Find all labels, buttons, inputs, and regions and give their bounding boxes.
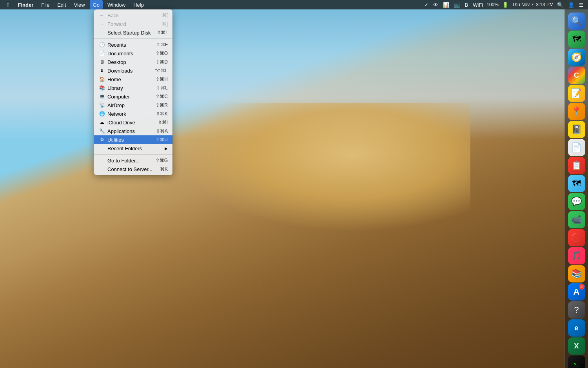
- dock-icon-chrome[interactable]: C: [568, 67, 585, 84]
- list-icon[interactable]: ☰: [578, 2, 585, 8]
- maps3-icon: 🗺: [572, 179, 581, 189]
- menubar-file[interactable]: File: [38, 0, 53, 9]
- dock-icon-finder[interactable]: 🔍: [568, 13, 585, 30]
- edge-icon: e: [574, 324, 578, 332]
- dock-icon-facetime[interactable]: 📹: [568, 211, 585, 228]
- dock-icon-safari[interactable]: 🧭: [568, 49, 585, 66]
- library-icon: 📚: [99, 85, 105, 91]
- dock-icon-unknown[interactable]: ?: [568, 301, 585, 319]
- menu-item-documents-label: Documents: [107, 51, 133, 56]
- apple-menu[interactable]: : [3, 0, 13, 9]
- menu-item-library-label: Library: [107, 85, 123, 91]
- menu-item-forward-label: Forward: [107, 21, 126, 27]
- dock-icon-excel[interactable]: X: [568, 337, 585, 355]
- menu-item-documents-shortcut: ⇧⌘O: [156, 51, 168, 56]
- menu-item-airdrop[interactable]: 📡 AirDrop ⇧⌘R: [94, 101, 172, 109]
- reminders-icon: 📋: [571, 160, 582, 171]
- menubar-window[interactable]: Window: [104, 0, 129, 9]
- utilities-icon: ⚙: [99, 137, 105, 142]
- menu-item-back-shortcut: ⌘[: [162, 13, 168, 18]
- menubar:  Finder File Edit View Go Window Help ✓…: [0, 0, 588, 9]
- menu-item-computer[interactable]: 💻 Computer ⇧⌘C: [94, 92, 172, 101]
- messages-icon: 💬: [571, 197, 582, 207]
- search-icon[interactable]: 🔍: [556, 2, 564, 8]
- menu-item-go-to-folder[interactable]: Go to Folder... ⇧⌘G: [94, 156, 172, 165]
- menu-item-utilities-label: Utilities: [107, 137, 124, 143]
- menu-item-home[interactable]: 🏠 Home ⇧⌘H: [94, 75, 172, 84]
- menu-item-documents[interactable]: 📄 Documents ⇧⌘O: [94, 49, 172, 58]
- menu-item-utilities[interactable]: ⚙ Utilities ⇧⌘U: [94, 135, 172, 144]
- dock-icon-music[interactable]: 🎵: [568, 247, 585, 264]
- menu-item-airdrop-label: AirDrop: [107, 102, 125, 108]
- battery-icon: 🔋: [501, 2, 510, 8]
- network-icon: 🌐: [99, 111, 105, 117]
- computer-icon: 💻: [99, 94, 105, 99]
- menu-item-back[interactable]: ← Back ⌘[: [94, 11, 172, 20]
- menu-item-downloads[interactable]: ⬇ Downloads ⌥⌘L: [94, 66, 172, 75]
- menu-item-network-label: Network: [107, 111, 126, 117]
- forward-icon: →: [99, 21, 105, 27]
- desktop-icon: 🖥: [99, 59, 105, 65]
- dock-icon-messages[interactable]: 💬: [568, 193, 585, 210]
- dock-icon-textedit[interactable]: 📄: [568, 139, 585, 156]
- clock-time: 3:13 PM: [536, 2, 554, 7]
- menubar-right: ✓ 👁 📊 📺 B WiFi 100% 🔋 Thu Nov 7 3:13 PM …: [423, 2, 585, 8]
- menu-item-connect-server-shortcut: ⌘K: [160, 166, 168, 172]
- menu-item-icloud-shortcut: ⇧⌘I: [158, 120, 168, 125]
- maps2-icon: 📍: [571, 106, 582, 117]
- menu-item-utilities-shortcut: ⇧⌘U: [156, 137, 168, 142]
- dock-icon-stickies[interactable]: 📝: [568, 85, 585, 102]
- menu-item-forward[interactable]: → Forward ⌘]: [94, 20, 172, 28]
- dock-icon-notes[interactable]: 📓: [568, 121, 585, 138]
- unknown-icon: ?: [574, 305, 579, 315]
- airdrop-icon: 📡: [99, 102, 105, 108]
- dock-icon-reminders[interactable]: 📋: [568, 157, 585, 174]
- menubar-view[interactable]: View: [71, 0, 88, 9]
- menu-item-desktop[interactable]: 🖥 Desktop ⇧⌘D: [94, 58, 172, 66]
- menu-item-downloads-shortcut: ⌥⌘L: [155, 68, 168, 73]
- appstore-badge: 9: [579, 284, 584, 290]
- menu-item-desktop-shortcut: ⇧⌘D: [156, 59, 168, 65]
- menu-item-back-label: Back: [107, 13, 119, 18]
- dock: 🔍 🗺 🧭 C 📝 📍 📓 📄 📋 🗺 💬: [564, 9, 588, 368]
- eye-icon: 👁: [432, 2, 439, 8]
- dock-icon-restrictions[interactable]: 🚫: [568, 229, 585, 246]
- menu-item-go-to-folder-label: Go to Folder...: [107, 158, 140, 164]
- menu-item-recents[interactable]: 🕐 Recents ⇧⌘F: [94, 40, 172, 49]
- menu-item-library[interactable]: 📚 Library ⇧⌘L: [94, 84, 172, 92]
- menubar-help[interactable]: Help: [130, 0, 147, 9]
- clock-date: Thu Nov 7: [512, 2, 534, 7]
- dock-icon-terminal[interactable]: >_: [568, 355, 585, 368]
- taskcontrol-icon: ✓: [423, 2, 430, 8]
- dock-icon-appstore[interactable]: A 9: [568, 283, 585, 301]
- dock-icon-maps3[interactable]: 🗺: [568, 175, 585, 192]
- dock-icon-books[interactable]: 📚: [568, 265, 585, 282]
- dock-icon-maps2[interactable]: 📍: [568, 103, 585, 120]
- menu-item-library-shortcut: ⇧⌘L: [156, 85, 168, 91]
- menu-item-forward-shortcut: ⌘]: [162, 21, 168, 27]
- menu-item-recents-shortcut: ⇧⌘F: [156, 42, 168, 47]
- menu-item-connect-server[interactable]: Connect to Server... ⌘K: [94, 165, 172, 173]
- icloud-icon: ☁: [99, 120, 105, 125]
- menu-item-recent-folders[interactable]: Recent Folders ▶: [94, 144, 172, 153]
- safari-icon: 🧭: [571, 52, 582, 62]
- menubar-edit[interactable]: Edit: [54, 0, 69, 9]
- documents-icon: 📄: [99, 51, 105, 56]
- dock-icon-edge[interactable]: e: [568, 319, 585, 337]
- menubar-left:  Finder File Edit View Go Window Help: [3, 0, 147, 9]
- menu-item-recents-label: Recents: [107, 42, 126, 48]
- menu-item-computer-shortcut: ⇧⌘C: [156, 94, 168, 99]
- menu-item-icloud-label: iCloud Drive: [107, 120, 135, 126]
- menubar-finder[interactable]: Finder: [15, 0, 36, 9]
- user-icon: 👤: [567, 2, 575, 8]
- menubar-go[interactable]: Go: [90, 0, 103, 9]
- menu-item-home-label: Home: [107, 77, 121, 82]
- menu-item-network[interactable]: 🌐 Network ⇧⌘K: [94, 109, 172, 118]
- dock-icon-maps[interactable]: 🗺: [568, 31, 585, 48]
- menu-item-startup[interactable]: Select Startup Disk ⇧⌘↑: [94, 28, 172, 37]
- menu-item-recent-folders-label: Recent Folders: [107, 146, 142, 151]
- recents-icon: 🕐: [99, 42, 105, 47]
- textedit-icon: 📄: [571, 142, 582, 153]
- menu-item-icloud[interactable]: ☁ iCloud Drive ⇧⌘I: [94, 118, 172, 127]
- menu-item-applications[interactable]: 🔧 Applications ⇧⌘A: [94, 127, 172, 135]
